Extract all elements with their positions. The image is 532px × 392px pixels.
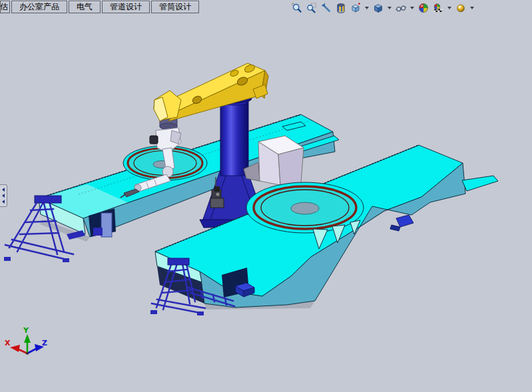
- shaded-cube-icon: [373, 3, 384, 13]
- beam-clamp[interactable]: [93, 228, 103, 236]
- gold-sphere-icon: [455, 3, 466, 13]
- hide-show-items-dropdown[interactable]: [409, 2, 415, 14]
- caret-down-icon: [470, 7, 474, 9]
- caret-down-icon: [388, 7, 392, 9]
- view-settings-dropdown[interactable]: [469, 2, 475, 14]
- commandmanager-tabbar: 估办公室产品电气管道设计管筒设计: [0, 1, 199, 13]
- view-heads-up-toolbar: [291, 1, 475, 15]
- solidworks-window: Y X Z 估办公室产品电气管道设计管筒设计: [0, 0, 532, 392]
- zoom-fit-icon: [292, 3, 302, 13]
- apply-scene-dropdown[interactable]: [447, 2, 452, 14]
- triad-y-label: Y: [23, 326, 29, 335]
- orientation-triad: Y X Z: [5, 326, 47, 355]
- ring-center-hole[interactable]: [291, 202, 319, 214]
- section-icon: [336, 3, 346, 13]
- section-view-button[interactable]: [335, 2, 347, 14]
- beam-support-block[interactable]: [101, 213, 112, 237]
- scene-sphere-icon: [433, 3, 443, 13]
- zoom-to-fit-button[interactable]: [291, 2, 303, 14]
- color-sphere-icon: [418, 3, 429, 13]
- apply-scene-button[interactable]: [432, 2, 444, 14]
- edit-appearance-button[interactable]: [417, 2, 429, 14]
- triad-z-label: Z: [42, 339, 47, 347]
- tab-2[interactable]: 电气: [69, 1, 101, 13]
- graphics-area: Y X Z: [0, 0, 532, 392]
- left-arrow-icon: [2, 194, 5, 198]
- gantry-robot-arm[interactable]: [154, 63, 268, 121]
- zoom-area-icon: [306, 3, 317, 13]
- tab-1[interactable]: 办公室产品: [11, 1, 67, 13]
- caret-down-icon: [365, 7, 369, 9]
- orientation-cube-icon: [350, 3, 361, 13]
- hide-show-items-button[interactable]: [395, 2, 407, 14]
- zoom-to-area-button[interactable]: [306, 2, 318, 14]
- tab-partial[interactable]: 估: [0, 1, 10, 13]
- left-arrow-icon: [2, 188, 5, 192]
- tab-3[interactable]: 管道设计: [102, 1, 150, 13]
- view-settings-button[interactable]: [455, 2, 467, 14]
- caret-down-icon: [410, 7, 414, 9]
- glasses-icon: [396, 3, 406, 13]
- triad-x-label: X: [5, 339, 11, 347]
- featuremanager-expand-button[interactable]: [0, 184, 7, 207]
- display-style-dropdown[interactable]: [387, 2, 392, 14]
- display-style-button[interactable]: [372, 2, 384, 14]
- previous-view-button[interactable]: [320, 2, 332, 14]
- previous-view-icon: [321, 3, 332, 13]
- caret-down-icon: [447, 7, 451, 9]
- tab-4[interactable]: 管筒设计: [151, 1, 199, 13]
- left-arrow-icon: [2, 200, 5, 204]
- view-orientation-button[interactable]: [350, 2, 362, 14]
- view-orientation-dropdown[interactable]: [364, 2, 370, 14]
- end-flap[interactable]: [462, 176, 498, 191]
